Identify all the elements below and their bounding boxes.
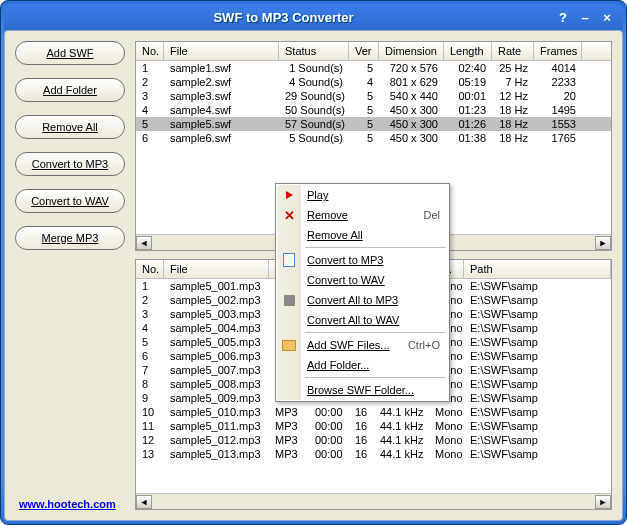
column-header[interactable]: Ver [349,42,379,60]
table-cell: sample2.swf [164,76,279,88]
table-cell: E:\SWF\samp [464,294,611,306]
table-row[interactable]: 13sample5_013.mp3MP300:001644.1 kHzMonoE… [136,447,611,461]
menu-convert-all-wav[interactable]: Convert All to WAV [277,310,448,330]
table-cell: E:\SWF\samp [464,406,611,418]
website-link[interactable]: www.hootech.com [19,498,116,510]
table-cell: 00:00 [309,448,349,460]
menu-label: Browse SWF Folder... [307,384,414,396]
table-cell: E:\SWF\samp [464,350,611,362]
table-cell: MP3 [269,434,309,446]
merge-mp3-button[interactable]: Merge MP3 [15,226,125,250]
table-cell: sample5_004.mp3 [164,322,269,334]
menu-convert-mp3[interactable]: Convert to MP3 [277,250,448,270]
list-header[interactable]: No.FileStatusVerDimensionLengthRateFrame… [136,42,611,61]
table-cell: 44.1 kHz [374,434,429,446]
menu-label: Convert to WAV [307,274,385,286]
scroll-left-button[interactable]: ◄ [136,495,152,509]
table-cell: 44.1 kHz [374,420,429,432]
table-cell: 00:01 [444,90,492,102]
table-cell: 5 [349,62,379,74]
table-cell: 7 [136,364,164,376]
menu-convert-all-mp3[interactable]: Convert All to MP3 [277,290,448,310]
menu-browse-swf-folder[interactable]: Browse SWF Folder... [277,380,448,400]
table-cell: 01:38 [444,132,492,144]
scroll-left-button[interactable]: ◄ [136,236,152,250]
table-row[interactable]: 6sample6.swf5 Sound(s)5450 x 30001:3818 … [136,131,611,145]
add-folder-button[interactable]: Add Folder [15,78,125,102]
table-cell: E:\SWF\samp [464,420,611,432]
table-cell: 18 Hz [492,132,534,144]
menu-remove-all[interactable]: Remove All [277,225,448,245]
table-row[interactable]: 1sample1.swf1 Sound(s)5720 x 57602:4025 … [136,61,611,75]
disk-stack-icon [281,292,297,308]
table-cell: E:\SWF\samp [464,280,611,292]
table-row[interactable]: 12sample5_012.mp3MP300:001644.1 kHzMonoE… [136,433,611,447]
column-header[interactable]: No. [136,42,164,60]
menu-separator [305,247,446,248]
column-header[interactable]: Status [279,42,349,60]
table-cell: E:\SWF\samp [464,378,611,390]
table-cell: 18 Hz [492,104,534,116]
column-header[interactable]: Length [444,42,492,60]
titlebar[interactable]: SWF to MP3 Converter ? – × [4,4,623,30]
column-header[interactable]: No. [136,260,164,278]
menu-remove[interactable]: ✕RemoveDel [277,205,448,225]
table-cell: 57 Sound(s) [279,118,349,130]
table-cell: 12 [136,434,164,446]
table-cell: 5 [136,336,164,348]
table-cell: 6 [136,350,164,362]
remove-all-button[interactable]: Remove All [15,115,125,139]
column-header[interactable]: File [164,260,269,278]
scroll-right-button[interactable]: ► [595,495,611,509]
table-cell: 4014 [534,62,582,74]
minimize-button[interactable]: – [577,9,593,25]
table-cell: Mono [429,448,464,460]
column-header[interactable]: File [164,42,279,60]
table-cell: sample5_006.mp3 [164,350,269,362]
table-cell: sample4.swf [164,104,279,116]
table-cell: E:\SWF\samp [464,364,611,376]
table-row[interactable]: 5sample5.swf57 Sound(s)5450 x 30001:2618… [136,117,611,131]
convert-mp3-button[interactable]: Convert to MP3 [15,152,125,176]
table-cell: sample5_010.mp3 [164,406,269,418]
table-cell: 4 [136,322,164,334]
convert-wav-button[interactable]: Convert to WAV [15,189,125,213]
folder-open-icon [281,337,297,353]
table-row[interactable]: 4sample4.swf50 Sound(s)5450 x 30001:2318… [136,103,611,117]
help-button[interactable]: ? [555,9,571,25]
sidebar: Add SWF Add Folder Remove All Convert to… [15,41,125,510]
app-window: SWF to MP3 Converter ? – × Add SWF Add F… [0,0,627,525]
table-cell: 4 [136,104,164,116]
table-cell: 29 Sound(s) [279,90,349,102]
table-cell: sample5.swf [164,118,279,130]
menu-add-folder[interactable]: Add Folder... [277,355,448,375]
table-cell: sample5_003.mp3 [164,308,269,320]
menu-add-swf-files[interactable]: Add SWF Files...Ctrl+O [277,335,448,355]
table-cell: 00:00 [309,420,349,432]
table-cell: MP3 [269,420,309,432]
menu-separator [305,377,446,378]
table-row[interactable]: 2sample2.swf4 Sound(s)4801 x 62905:197 H… [136,75,611,89]
table-cell: 16 [349,448,374,460]
menu-convert-wav[interactable]: Convert to WAV [277,270,448,290]
menu-label: Remove All [307,229,363,241]
table-row[interactable]: 11sample5_011.mp3MP300:001644.1 kHzMonoE… [136,419,611,433]
table-row[interactable]: 3sample3.swf29 Sound(s)5540 x 44000:0112… [136,89,611,103]
menu-play[interactable]: Play [277,185,448,205]
table-row[interactable]: 10sample5_010.mp3MP300:001644.1 kHzMonoE… [136,405,611,419]
close-button[interactable]: × [599,9,615,25]
table-cell: sample5_011.mp3 [164,420,269,432]
add-swf-button[interactable]: Add SWF [15,41,125,65]
table-cell: 720 x 576 [379,62,444,74]
table-cell: E:\SWF\samp [464,322,611,334]
footer: www.hootech.com [15,494,125,510]
column-header[interactable]: Frames [534,42,582,60]
table-cell: 4 Sound(s) [279,76,349,88]
horizontal-scrollbar[interactable]: ◄ ► [136,493,611,509]
column-header[interactable]: Path [464,260,611,278]
table-cell: E:\SWF\samp [464,392,611,404]
column-header[interactable]: Dimension [379,42,444,60]
scroll-right-button[interactable]: ► [595,236,611,250]
table-cell: 5 [349,104,379,116]
column-header[interactable]: Rate [492,42,534,60]
